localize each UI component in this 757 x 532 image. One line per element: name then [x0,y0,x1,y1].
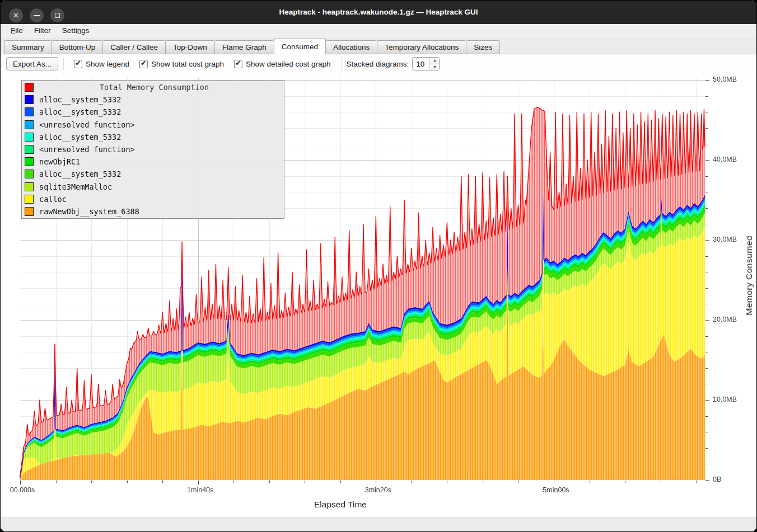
legend-label: sqlite3MemMalloc [39,182,112,191]
export-as-button[interactable]: Export As... [6,57,58,70]
toolbar-separator [63,58,64,70]
legend-label: <unresolved function> [39,120,135,129]
tab-temporary-allocations[interactable]: Temporary Allocations [377,40,466,54]
tab-flame-graph[interactable]: Flame Graph [214,40,274,54]
legend-label: alloc__system_5332 [39,133,121,142]
legend-swatch-icon [25,107,34,116]
legend-label: newObjRC1 [39,157,80,166]
legend-label: alloc__system_5332 [39,107,121,116]
tab-bottom-up[interactable]: Bottom-Up [52,40,103,54]
tab-allocations[interactable]: Allocations [326,40,377,54]
menu-item-file[interactable]: File [5,24,29,36]
tab-consumed[interactable]: Consumed [274,39,326,54]
legend-swatch-icon [25,182,34,191]
legend-label: alloc__system_5332 [39,170,121,178]
legend-item: alloc__system_5332 [22,93,284,106]
legend-swatch-icon [25,133,34,142]
y-axis-title: Memory Consumed [744,236,754,316]
spin-up-icon[interactable]: ▲ [430,58,439,64]
tab-summary[interactable]: Summary [4,40,52,54]
menu-item-settings[interactable]: Settings [57,24,95,36]
legend-label: calloc [39,195,67,204]
checkbox-show-total-cost-graph[interactable]: ✔Show total cost graph [139,60,224,68]
toolbar-separator [341,58,342,70]
checkbox-box-icon[interactable]: ✔ [234,60,242,68]
checkbox-show-legend[interactable]: ✔Show legend [74,60,129,68]
legend-item: <unresolved function> [22,119,284,131]
legend-swatch-icon [25,83,34,92]
legend-item: newObjRC1 [22,156,284,168]
checkbox-box-icon[interactable]: ✔ [139,60,148,68]
checkbox-show-detailed-cost-graph[interactable]: ✔Show detailed cost graph [234,60,331,68]
legend-label: rawNewObj__system_6388 [39,207,139,216]
legend-item: alloc__system_5332 [22,106,284,118]
legend-swatch-icon [25,207,34,216]
window-title: Heaptrack - heaptrack.wakunode.1.gz — He… [1,1,756,24]
tab-sizes[interactable]: Sizes [466,40,500,54]
legend-swatch-icon [25,195,34,204]
legend-item: calloc [22,193,284,205]
menu-bar: FileFilterSettings [1,24,756,39]
menu-item-filter[interactable]: Filter [29,24,57,36]
legend-item: alloc__system_5332 [22,168,284,180]
x-axis-title: Elapsed Time [314,500,367,510]
legend-label: alloc__system_5332 [39,95,121,104]
checkbox-label: Show legend [86,60,129,68]
title-bar: ✕ Heaptrack - heaptrack.wakunode.1.gz — … [1,1,756,24]
stacked-diagrams-label: Stacked diagrams: [347,60,409,68]
window-bottom-margin [1,517,756,531]
app-window: ✕ Heaptrack - heaptrack.wakunode.1.gz — … [0,0,757,532]
legend-item: Total Memory Consumption [22,81,284,93]
checkbox-label: Show total cost graph [151,60,224,68]
chart-legend: Total Memory Consumptionalloc__system_53… [21,81,284,219]
toolbar: Export As... ✔Show legend✔Show total cos… [1,54,756,73]
chart-area: Total Memory Consumptionalloc__system_53… [1,73,757,518]
legend-swatch-icon [25,157,34,166]
legend-swatch-icon [25,145,34,154]
checkbox-label: Show detailed cost graph [246,60,331,68]
legend-swatch-icon [25,95,34,104]
legend-item: <unresolved function> [22,143,284,156]
tab-caller-callee[interactable]: Caller / Callee [102,40,165,54]
checkbox-box-icon[interactable]: ✔ [74,60,82,68]
legend-label: <unresolved function> [39,145,135,154]
tab-bar: SummaryBottom-UpCaller / CalleeTop-DownF… [1,39,756,54]
legend-item: sqlite3MemMalloc [22,181,284,193]
legend-label: Total Memory Consumption [39,83,284,92]
stacked-diagrams-input[interactable] [413,58,429,70]
legend-item: rawNewObj__system_6388 [22,205,284,218]
legend-swatch-icon [25,120,34,129]
spin-down-icon[interactable]: ▼ [430,64,439,70]
legend-swatch-icon [25,170,34,178]
tab-top-down[interactable]: Top-Down [165,40,214,54]
stacked-diagrams-spinbox: ▲ ▼ [412,57,440,70]
legend-item: alloc__system_5332 [22,131,284,143]
